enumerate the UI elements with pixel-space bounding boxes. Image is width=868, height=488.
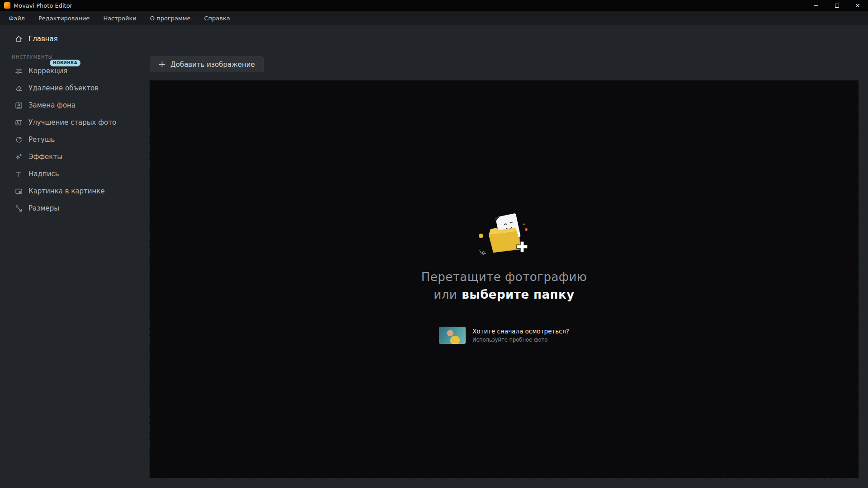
sidebar-item-label: Размеры	[28, 204, 59, 212]
home-icon	[15, 35, 23, 43]
movavi-logo-icon	[4, 2, 10, 9]
minimize-button[interactable]	[806, 0, 826, 11]
titlebar: Movavi Photo Editor ✕	[0, 0, 868, 11]
sidebar-item-label: Коррекция	[28, 67, 67, 75]
menu-settings[interactable]: Настройки	[96, 11, 143, 25]
sidebar-item-label: Эффекты	[28, 153, 62, 161]
picture-in-picture-icon	[15, 188, 23, 195]
maximize-icon	[835, 4, 839, 8]
trial-photo-text: Хотите сначала осмотреться? Используйте …	[472, 328, 569, 343]
add-image-button[interactable]: Добавить изображение	[150, 56, 264, 72]
sidebar-item-label: Ретушь	[28, 136, 55, 144]
sidebar-item-label: Надпись	[28, 170, 59, 178]
menu-file[interactable]: Файл	[2, 11, 32, 25]
retouch-icon	[15, 136, 23, 144]
sidebar: Главная ИНСТРУМЕНТЫ НОВИНКА Коррекция Уд…	[0, 25, 149, 488]
adjust-sliders-icon	[15, 67, 23, 75]
sidebar-item-effects[interactable]: Эффекты	[0, 148, 149, 165]
photo-restore-icon	[15, 119, 23, 127]
sidebar-item-restore-old-photos[interactable]: Улучшение старых фото	[0, 114, 149, 131]
eraser-icon	[15, 84, 23, 92]
menu-edit[interactable]: Редактирование	[32, 11, 96, 25]
sidebar-item-label: Картинка в картинке	[28, 187, 105, 195]
minimize-icon	[814, 5, 818, 6]
image-dropzone[interactable]: Перетащите фотографию или выберите папку…	[149, 80, 859, 479]
trial-photo-subtitle: Используйте пробное фото	[472, 337, 569, 343]
sidebar-item-label: Улучшение старых фото	[28, 118, 116, 127]
sidebar-item-picture-in-picture[interactable]: Картинка в картинке	[0, 183, 149, 200]
sidebar-item-correction[interactable]: НОВИНКА Коррекция	[0, 62, 149, 80]
sidebar-item-background-replace[interactable]: Замена фона	[0, 97, 149, 114]
app-body: Главная ИНСТРУМЕНТЫ НОВИНКА Коррекция Уд…	[0, 25, 868, 488]
sidebar-item-label: Замена фона	[28, 101, 75, 109]
trial-photo-thumbnail[interactable]	[439, 327, 466, 344]
dropzone-hint-secondary: или выберите папку	[434, 288, 574, 301]
main-area: Добавить изображение	[149, 25, 868, 488]
menu-about[interactable]: О программе	[143, 11, 198, 25]
dropzone-content: Перетащите фотографию или выберите папку…	[150, 207, 859, 344]
window-controls: ✕	[806, 0, 868, 11]
sidebar-item-text[interactable]: Надпись	[0, 165, 149, 183]
add-image-label: Добавить изображение	[170, 61, 255, 69]
plus-icon	[159, 61, 165, 68]
window-title: Movavi Photo Editor	[14, 2, 72, 9]
close-button[interactable]: ✕	[847, 0, 868, 11]
menubar: Файл Редактирование Настройки О программ…	[0, 11, 868, 25]
text-icon	[15, 170, 23, 178]
sidebar-item-home[interactable]: Главная	[0, 30, 149, 47]
resize-icon	[15, 205, 23, 212]
dropzone-hint-primary: Перетащите фотографию	[421, 270, 587, 284]
sidebar-section-tools: ИНСТРУМЕНТЫ	[0, 55, 149, 60]
trial-photo-row[interactable]: Хотите сначала осмотреться? Используйте …	[439, 327, 569, 344]
trial-photo-title: Хотите сначала осмотреться?	[472, 328, 569, 335]
folder-illustration-icon	[466, 207, 542, 263]
maximize-button[interactable]	[826, 0, 847, 11]
sidebar-item-label: Удаление объектов	[28, 84, 99, 92]
dropzone-hint-prefix: или	[434, 288, 457, 301]
sidebar-item-resize[interactable]: Размеры	[0, 200, 149, 217]
choose-folder-link[interactable]: выберите папку	[462, 288, 574, 301]
menu-help[interactable]: Справка	[198, 11, 237, 25]
new-badge: НОВИНКА	[50, 60, 80, 66]
sparkles-icon	[15, 153, 23, 161]
close-icon: ✕	[855, 3, 860, 9]
sidebar-item-label: Главная	[28, 35, 58, 43]
sidebar-item-retouch[interactable]: Ретушь	[0, 131, 149, 148]
background-person-icon	[15, 102, 23, 109]
sidebar-item-object-removal[interactable]: Удаление объектов	[0, 80, 149, 97]
